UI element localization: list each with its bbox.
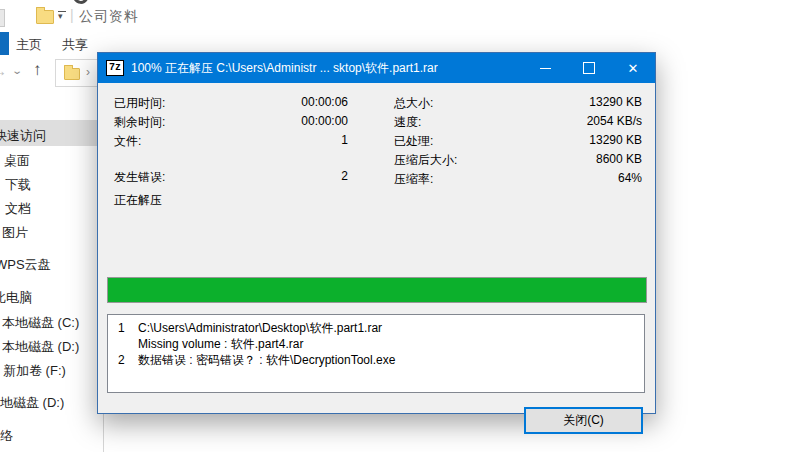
sidebar-item-disk-d-2[interactable]: 本地磁盘 (D:) — [0, 394, 64, 412]
sidebar-item-disk-c[interactable]: 本地磁盘 (C:) — [2, 314, 79, 332]
titlebar-separator: | — [70, 7, 74, 23]
sidebar-item-desktop[interactable]: 桌面 — [4, 152, 30, 170]
sidebar-item-wps-cloud[interactable]: WPS云盘 — [0, 256, 51, 274]
close-icon: ✕ — [628, 62, 639, 75]
up-button[interactable]: ↑ — [33, 60, 42, 80]
sidebar-item-this-pc[interactable]: 此电脑 — [0, 289, 32, 307]
error-row[interactable]: 2 数据错误 : 密码错误？ : 软件\DecryptionTool.exe — [108, 352, 644, 368]
error-message: C:\Users\Administrator\Desktop\软件.part1.… — [138, 320, 382, 336]
processed-value: 13290 KB — [522, 133, 642, 147]
breadcrumb-chevron-icon: › — [86, 65, 90, 79]
tab-share[interactable]: 共享 — [62, 36, 88, 54]
sidebar-item-downloads[interactable]: 下载 — [5, 176, 31, 194]
progress-fill — [108, 278, 646, 302]
dialog-titlebar[interactable]: 7z 100% 正在解压 C:\Users\Administr ... skto… — [98, 53, 655, 83]
recent-locations-chevron-icon[interactable]: ⌄ — [11, 65, 23, 76]
error-message: 数据错误 : 密码错误？ : 软件\DecryptionTool.exe — [138, 352, 395, 368]
total-size-value: 13290 KB — [522, 95, 642, 109]
remaining-time-value: 00:00:00 — [228, 114, 348, 128]
dialog-body: 已用时间: 00:00:06 剩余时间: 00:00:00 文件: 1 发生错误… — [98, 83, 655, 413]
errors-value: 2 — [228, 169, 348, 183]
minimize-icon — [540, 68, 551, 69]
remaining-time-label: 剩余时间: — [114, 114, 165, 131]
processed-label: 已处理: — [394, 133, 433, 150]
7zip-app-icon: 7z — [106, 60, 124, 76]
error-number — [108, 336, 138, 352]
close-window-button[interactable]: ✕ — [611, 53, 655, 83]
error-row[interactable]: 1 C:\Users\Administrator\Desktop\软件.part… — [108, 320, 644, 336]
total-size-label: 总大小: — [394, 95, 433, 112]
dialog-title: 100% 正在解压 C:\Users\Administr ... sktop\软… — [131, 60, 523, 77]
error-row[interactable]: Missing volume : 软件.part4.rar — [108, 336, 644, 352]
maximize-button[interactable] — [567, 53, 611, 83]
folder-icon — [36, 10, 54, 24]
files-label: 文件: — [114, 133, 141, 150]
sidebar-item-new-volume-f[interactable]: 新加卷 (F:) — [3, 362, 66, 380]
compressed-size-value: 8600 KB — [522, 152, 642, 166]
explorer-window-title: 公司资料 — [79, 8, 139, 26]
elapsed-time-value: 00:00:06 — [228, 95, 348, 109]
close-button[interactable]: 关闭(C) — [524, 407, 643, 434]
chevron-down-icon[interactable]: ▾ — [58, 8, 63, 18]
progress-bar — [107, 277, 647, 303]
ratio-label: 压缩率: — [394, 171, 433, 188]
tab-file-fragment[interactable] — [0, 32, 9, 55]
address-folder-icon — [64, 68, 80, 80]
compressed-size-label: 压缩后大小: — [394, 152, 457, 169]
error-log-list[interactable]: 1 C:\Users\Administrator\Desktop\软件.part… — [107, 314, 645, 393]
speed-value: 2054 KB/s — [522, 114, 642, 128]
sidebar-item-disk-d[interactable]: 本地磁盘 (D:) — [2, 338, 79, 356]
status-text: 正在解压 — [114, 192, 162, 209]
sidebar-item-pictures[interactable]: 图片 — [2, 224, 28, 242]
error-number: 2 — [108, 352, 138, 368]
quick-access-toolbar-icon-fragment — [0, 9, 5, 27]
sidebar-item-documents[interactable]: 文档 — [5, 200, 31, 218]
tab-home[interactable]: 主页 — [16, 36, 42, 54]
sidebar-item-network[interactable]: 网络 — [0, 427, 13, 445]
error-number: 1 — [108, 320, 138, 336]
7zip-extract-dialog: 7z 100% 正在解压 C:\Users\Administr ... skto… — [97, 52, 656, 414]
minimize-button[interactable] — [523, 53, 567, 83]
ratio-value: 64% — [522, 171, 642, 185]
error-message: Missing volume : 软件.part4.rar — [138, 336, 303, 352]
mouse-cursor — [72, 0, 88, 6]
maximize-icon — [583, 62, 595, 74]
elapsed-time-label: 已用时间: — [114, 95, 165, 112]
forward-icon[interactable]: → — [0, 62, 7, 79]
explorer-titlebar: ▾ | 公司资料 — [0, 0, 794, 32]
files-value: 1 — [228, 133, 348, 147]
speed-label: 速度: — [394, 114, 421, 131]
sidebar-item-quick-access[interactable]: 快速访问 — [0, 127, 46, 145]
errors-label: 发生错误: — [114, 169, 165, 186]
